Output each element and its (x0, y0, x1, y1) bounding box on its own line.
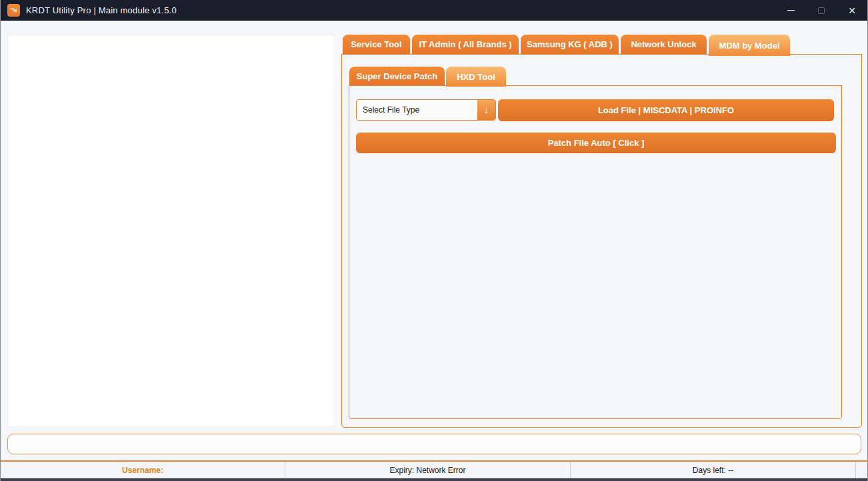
maximize-icon (818, 7, 825, 14)
file-type-dropdown[interactable]: Select File Type ↓ (356, 99, 496, 121)
tab-it-admin[interactable]: IT Admin ( All Brands ) (412, 35, 519, 54)
dropdown-arrow-button[interactable]: ↓ (477, 100, 495, 120)
minimize-button[interactable] (775, 0, 806, 21)
file-type-dropdown-value: Select File Type (357, 100, 477, 120)
statusbar: Username: Expiry: Network Error Days lef… (1, 462, 867, 478)
log-output-box[interactable] (7, 434, 861, 454)
window-controls: ✕ (775, 0, 867, 21)
tab-network-unlock[interactable]: Network Unlock (621, 35, 707, 54)
app-window: KRDT Utility Pro | Main module v1.5.0 ✕ … (0, 0, 868, 481)
arrow-down-icon: ↓ (484, 105, 489, 115)
window-bottom-frame (1, 478, 867, 481)
tab-super-device-patch[interactable]: Super Device Patch (349, 67, 445, 85)
tab-mdm-by-model[interactable]: MDM by Model (709, 35, 790, 56)
tab-service-tool[interactable]: Service Tool (343, 35, 410, 54)
tab-samsung-kg[interactable]: Samsung KG ( ADB ) (521, 35, 619, 54)
window-title: KRDT Utility Pro | Main module v1.5.0 (26, 5, 177, 15)
sub-tab-strip: Super Device Patch HXD Tool (349, 67, 507, 85)
status-spare-cell (856, 462, 867, 478)
close-icon: ✕ (848, 6, 856, 15)
load-file-button[interactable]: Load File | MISCDATA | PROINFO (498, 99, 834, 121)
app-logo-icon (7, 4, 20, 17)
maximize-button[interactable] (806, 0, 837, 21)
status-days-left: Days left: -- (571, 462, 856, 478)
tab-hxd-tool[interactable]: HXD Tool (446, 67, 506, 87)
status-expiry: Expiry: Network Error (285, 462, 571, 478)
minimize-icon (787, 10, 795, 11)
titlebar: KRDT Utility Pro | Main module v1.5.0 ✕ (1, 0, 867, 21)
main-tab-strip: Service Tool IT Admin ( All Brands ) Sam… (343, 35, 792, 54)
left-content-panel (7, 35, 335, 427)
close-button[interactable]: ✕ (837, 0, 867, 21)
patch-file-auto-button[interactable]: Patch File Auto [ Click ] (356, 133, 836, 153)
status-username: Username: (1, 462, 285, 478)
